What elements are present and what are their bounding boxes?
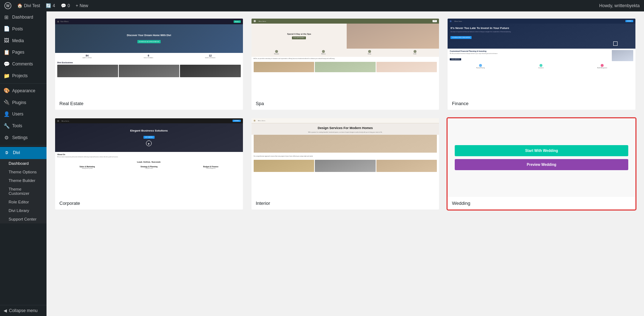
sidebar-submenu-theme-builder[interactable]: Theme Builder: [0, 176, 47, 185]
sidebar-item-tools[interactable]: 🔧 Tools: [0, 120, 47, 132]
sidebar-item-plugins[interactable]: 🔌 Plugins: [0, 97, 47, 109]
theme-card-real-estate[interactable]: Nav Menu Button Discover Your Dream Home…: [55, 19, 243, 110]
theme-name-wedding: Wedding: [448, 197, 635, 209]
dashboard-icon: ⊞: [4, 14, 9, 20]
plugins-icon: 🔌: [4, 100, 9, 105]
pages-icon: 📋: [4, 50, 9, 55]
sidebar-item-dashboard[interactable]: ⊞ Dashboard: [0, 11, 47, 23]
theme-card-finance[interactable]: Menu Items CONTACT It's Never Too Late T…: [448, 19, 635, 110]
sidebar-item-appearance[interactable]: 🎨 Appearance: [0, 85, 47, 97]
theme-name-corporate: Corporate: [55, 197, 243, 209]
theme-name-spa: Spa: [252, 97, 439, 110]
sidebar-submenu-divi-library[interactable]: Divi Library: [0, 206, 47, 215]
preview-wedding-button[interactable]: Preview Wedding: [455, 159, 628, 170]
sidebar-submenu-theme-options[interactable]: Theme Options: [0, 168, 47, 176]
comments-nav-icon: 💬: [4, 61, 9, 67]
theme-preview-interior: Menu Items Design Services For Modern Ho…: [252, 118, 439, 197]
admin-bar-left: W 🏠 Divi Test 🔄 4 💬 0 + New: [4, 2, 88, 9]
updates-item[interactable]: 🔄 4: [46, 3, 55, 8]
theme-card-spa[interactable]: Menu Items BTN Spend A Day at the Spa BO…: [252, 19, 439, 110]
int-hero-title: Design Services For Modern Homes: [254, 126, 437, 130]
comments-item[interactable]: 💬 0: [61, 3, 70, 8]
posts-icon: 📄: [4, 26, 9, 32]
sidebar-submenu-dashboard[interactable]: Dashboard: [0, 159, 47, 168]
separator-1: [0, 83, 47, 84]
sidebar-submenu-theme-customizer[interactable]: Theme Customizer: [0, 185, 47, 198]
separator-2: [0, 145, 47, 145]
theme-name-finance: Finance: [448, 97, 635, 110]
divi-submenu: Dashboard Theme Options Theme Builder Th…: [0, 159, 47, 223]
projects-icon: 📁: [4, 73, 9, 79]
house-icon: 🏠: [17, 3, 23, 8]
sidebar-item-comments[interactable]: 💬 Comments: [0, 58, 47, 70]
howdy-text: Howdy, writtenbyekta: [599, 3, 640, 8]
main-content: Nav Menu Button Discover Your Dream Home…: [47, 11, 644, 316]
tools-icon: 🔧: [4, 123, 9, 129]
new-item[interactable]: + New: [76, 3, 88, 8]
updates-icon: 🔄: [46, 3, 51, 8]
site-name-item[interactable]: 🏠 Divi Test: [17, 3, 40, 8]
layout: ⊞ Dashboard 📄 Posts 🖼 Media 📋 Pages 💬 Co…: [0, 11, 644, 316]
theme-name-real-estate: Real Estate: [55, 97, 243, 110]
sidebar-item-divi[interactable]: D Divi: [0, 147, 47, 159]
theme-preview-spa: Menu Items BTN Spend A Day at the Spa BO…: [252, 19, 439, 97]
users-icon: 👤: [4, 112, 9, 117]
theme-preview-corporate: Menu Items CONTACT Elegant Business Solu…: [55, 118, 243, 197]
wp-logo-item[interactable]: W: [4, 2, 11, 9]
admin-bar: W 🏠 Divi Test 🔄 4 💬 0 + New Howdy, writt…: [0, 0, 644, 11]
sidebar-menu: ⊞ Dashboard 📄 Posts 🖼 Media 📋 Pages 💬 Co…: [0, 11, 47, 159]
start-with-wedding-button[interactable]: Start With Wedding: [455, 145, 628, 156]
sidebar-item-pages[interactable]: 📋 Pages: [0, 46, 47, 58]
comments-icon: 💬: [61, 3, 66, 8]
media-icon: 🖼: [4, 38, 9, 44]
sidebar-item-users[interactable]: 👤 Users: [0, 108, 47, 120]
divi-icon: D: [4, 150, 10, 156]
theme-card-corporate[interactable]: Menu Items CONTACT Elegant Business Solu…: [55, 118, 243, 209]
theme-card-interior[interactable]: Menu Items Design Services For Modern Ho…: [252, 118, 439, 209]
sidebar: ⊞ Dashboard 📄 Posts 🖼 Media 📋 Pages 💬 Co…: [0, 11, 47, 316]
theme-preview-wedding: Start With Wedding Preview Wedding: [448, 118, 635, 197]
re-hero-text: Discover Your Dream Home With Divi: [127, 34, 171, 37]
settings-icon: ⚙: [4, 135, 9, 140]
theme-grid: Nav Menu Button Discover Your Dream Home…: [55, 19, 635, 209]
theme-name-interior: Interior: [252, 197, 439, 209]
theme-preview-finance: Menu Items CONTACT It's Never Too Late T…: [448, 19, 635, 97]
sidebar-item-posts[interactable]: 📄 Posts: [0, 23, 47, 35]
collapse-icon: ◀: [4, 308, 7, 313]
collapse-menu[interactable]: ◀ Collapse menu: [0, 305, 47, 316]
sidebar-item-projects[interactable]: 📁 Projects: [0, 70, 47, 82]
sidebar-submenu-role-editor[interactable]: Role Editor: [0, 198, 47, 206]
appearance-icon: 🎨: [4, 88, 9, 94]
sidebar-item-settings[interactable]: ⚙ Settings: [0, 132, 47, 144]
svg-text:W: W: [6, 4, 10, 8]
re-stats: 84DAYS LISTED 6SOLD HOMES 12NEW LISTINGS: [55, 53, 243, 60]
theme-card-wedding[interactable]: Start With Wedding Preview Wedding Weddi…: [448, 118, 635, 209]
sidebar-submenu-support-center[interactable]: Support Center: [0, 215, 47, 223]
sidebar-item-media[interactable]: 🖼 Media: [0, 35, 47, 47]
theme-preview-real-estate: Nav Menu Button Discover Your Dream Home…: [55, 19, 243, 97]
